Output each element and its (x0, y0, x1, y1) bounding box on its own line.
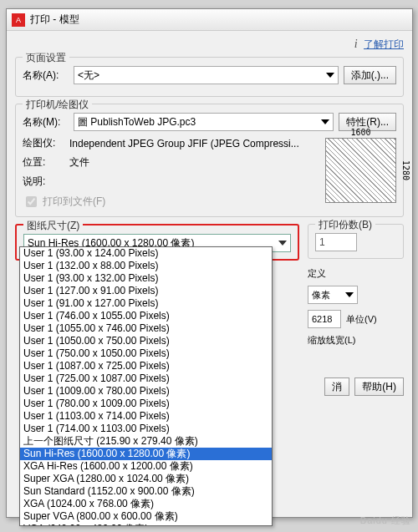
paper-size-option[interactable]: 上一个图纸尺寸 (215.90 x 279.40 像素) (20, 435, 272, 448)
plotter-legend: 打印机/绘图仪 (23, 98, 92, 112)
unit-select[interactable]: 像素 (308, 286, 358, 304)
paper-size-option[interactable]: User 1 (750.00 x 1050.00 Pixels) (20, 347, 272, 360)
plotter-group: 打印机/绘图仪 名称(M): 圖 PublishToWeb JPG.pc3 特性… (15, 104, 404, 217)
paper-size-option[interactable]: Sun Standard (1152.00 x 900.00 像素) (20, 485, 272, 498)
copies-input[interactable] (315, 233, 357, 251)
paper-size-option[interactable]: User 1 (1087.00 x 725.00 Pixels) (20, 360, 272, 372)
page-setup-legend: 页面设置 (23, 51, 69, 65)
paper-size-option[interactable]: VGA (640.00 x 480.00 像素) (20, 523, 272, 526)
paper-size-option[interactable]: User 1 (127.00 x 91.00 Pixels) (20, 285, 272, 297)
paper-size-option[interactable]: User 1 (91.00 x 127.00 Pixels) (20, 297, 272, 310)
paper-size-dropdown[interactable]: User 1 (93.00 x 124.00 Pixels)User 1 (13… (19, 246, 273, 526)
num-input[interactable] (308, 310, 341, 328)
paper-size-legend: 图纸尺寸(Z) (23, 219, 83, 233)
page-setup-name-select[interactable]: <无> (74, 66, 339, 84)
copies-group: 打印份数(B) (308, 224, 404, 259)
app-icon: A (12, 13, 25, 27)
paper-size-option[interactable]: User 1 (132.00 x 88.00 Pixels) (20, 260, 272, 272)
copies-legend: 打印份数(B) (315, 218, 375, 232)
paper-size-option[interactable]: XGA (1024.00 x 768.00 像素) (20, 498, 272, 510)
paper-size-option[interactable]: User 1 (1009.00 x 780.00 Pixels) (20, 385, 272, 398)
titlebar[interactable]: A 打印 - 模型 (7, 9, 412, 31)
info-icon: i (354, 38, 358, 50)
paper-size-option[interactable]: User 1 (1103.00 x 714.00 Pixels) (20, 410, 272, 423)
paper-size-option[interactable]: User 1 (780.00 x 1009.00 Pixels) (20, 398, 272, 410)
watermark: Baidu 经验 (360, 514, 411, 527)
where-value: 文件 (69, 155, 89, 170)
unit-label: 单位(V) (346, 313, 377, 326)
cancel-button[interactable]: 消 (324, 377, 349, 396)
device-label: 绘图仪: (23, 136, 64, 150)
scale-lineweight-label: 缩放线宽(L) (308, 334, 355, 347)
add-button[interactable]: 添加(.)... (344, 66, 396, 84)
learn-print-link[interactable]: 了解打印 (364, 38, 404, 50)
plotter-name-select[interactable]: 圖 PublishToWeb JPG.pc3 (74, 113, 334, 131)
print-to-file-checkbox[interactable]: 打印到文件(F) (23, 194, 319, 210)
print-to-file-input (26, 196, 37, 207)
paper-size-option[interactable]: User 1 (725.00 x 1087.00 Pixels) (20, 372, 272, 385)
desc-label: 说明: (23, 175, 64, 189)
paper-size-option[interactable]: Super VGA (800.00 x 600.00 像素) (20, 510, 272, 523)
paper-size-option[interactable]: XGA Hi-Res (1600.00 x 1200.00 像素) (20, 460, 272, 473)
help-button[interactable]: 帮助(H) (354, 377, 404, 396)
custom-label: 定义 (308, 267, 326, 280)
paper-size-option[interactable]: User 1 (746.00 x 1055.00 Pixels) (20, 310, 272, 322)
chevron-down-icon (278, 241, 287, 246)
paper-size-option[interactable]: User 1 (1050.00 x 750.00 Pixels) (20, 335, 272, 347)
device-value: Independent JPEG Group JFIF (JPEG Compre… (69, 138, 299, 149)
page-setup-group: 页面设置 名称(A): <无> 添加(.)... (15, 57, 404, 97)
paper-size-option[interactable]: Sun Hi-Res (1600.00 x 1280.00 像素) (20, 448, 272, 460)
paper-size-option[interactable]: User 1 (1055.00 x 746.00 Pixels) (20, 322, 272, 335)
where-label: 位置: (23, 155, 64, 170)
paper-size-option[interactable]: User 1 (93.00 x 132.00 Pixels) (20, 272, 272, 285)
name-label: 名称(A): (23, 68, 69, 83)
paper-size-option[interactable]: Super XGA (1280.00 x 1024.00 像素) (20, 473, 272, 485)
paper-size-option[interactable]: User 1 (93.00 x 124.00 Pixels) (20, 247, 272, 260)
window-title: 打印 - 模型 (30, 13, 79, 27)
paper-size-option[interactable]: User 1 (714.00 x 1103.00 Pixels) (20, 423, 272, 435)
plotter-name-label: 名称(M): (23, 115, 69, 129)
paper-preview: 1600 1280 (325, 138, 396, 203)
